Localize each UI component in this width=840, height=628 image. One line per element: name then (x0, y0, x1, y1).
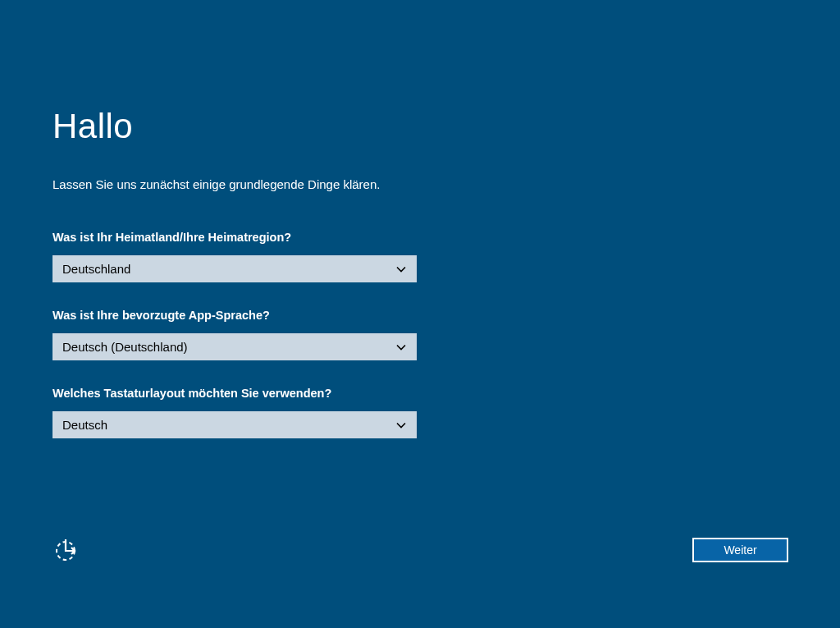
keyboard-label: Welches Tastaturlayout möchten Sie verwe… (52, 387, 791, 400)
chevron-down-icon (395, 342, 407, 353)
chevron-down-icon (395, 419, 407, 431)
ease-of-access-icon[interactable] (52, 536, 80, 564)
language-dropdown-value: Deutsch (Deutschland) (62, 340, 188, 354)
country-dropdown-value: Deutschland (62, 262, 130, 276)
next-button[interactable]: Weiter (693, 539, 788, 562)
chevron-down-icon (395, 264, 407, 275)
keyboard-dropdown[interactable]: Deutsch (52, 411, 417, 438)
page-subtitle: Lassen Sie uns zunächst einige grundlege… (52, 177, 791, 191)
language-label: Was ist Ihre bevorzugte App-Sprache? (52, 309, 791, 322)
keyboard-dropdown-value: Deutsch (62, 418, 107, 432)
page-title: Hallo (52, 107, 791, 146)
country-label: Was ist Ihr Heimatland/Ihre Heimatregion… (52, 231, 791, 244)
language-dropdown[interactable]: Deutsch (Deutschland) (52, 333, 417, 360)
country-dropdown[interactable]: Deutschland (52, 255, 417, 282)
